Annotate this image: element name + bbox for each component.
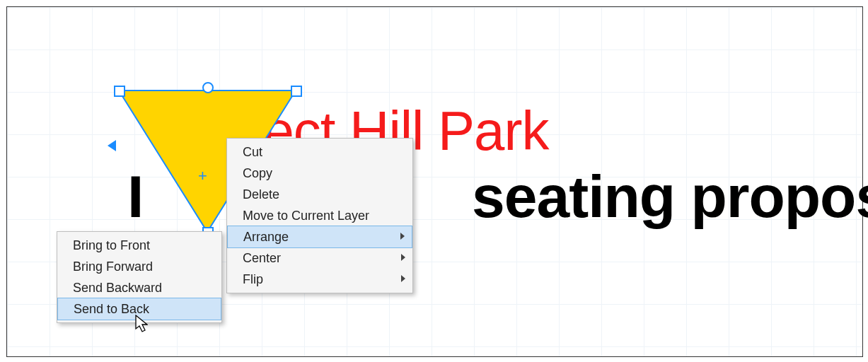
menu-center[interactable]: Center <box>227 247 412 269</box>
menu-bring-front[interactable]: Bring to Front <box>57 235 221 256</box>
chevron-right-icon <box>401 275 405 282</box>
resize-handle[interactable] <box>114 86 125 97</box>
canvas-frame: pect Hill Park I seating proposal + Cut … <box>6 6 863 357</box>
menu-flip[interactable]: Flip <box>227 269 412 290</box>
submenu-arrange[interactable]: Bring to Front Bring Forward Send Backwa… <box>57 231 222 323</box>
resize-handle[interactable] <box>291 86 302 97</box>
side-handle[interactable] <box>108 140 116 151</box>
menu-delete[interactable]: Delete <box>227 184 412 205</box>
menu-copy[interactable]: Copy <box>227 163 412 184</box>
menu-arrange[interactable]: Arrange <box>227 226 412 248</box>
context-menu[interactable]: Cut Copy Delete Move to Current Layer Ar… <box>226 138 413 293</box>
title-black-right: seating proposal <box>472 163 868 230</box>
chevron-right-icon <box>401 254 405 261</box>
menu-bring-forward[interactable]: Bring Forward <box>57 256 221 277</box>
center-icon: + <box>198 167 207 185</box>
chevron-right-icon <box>400 233 405 240</box>
menu-send-backward[interactable]: Send Backward <box>57 277 221 298</box>
menu-send-back[interactable]: Send to Back <box>57 298 221 320</box>
menu-move-layer[interactable]: Move to Current Layer <box>227 205 412 226</box>
menu-cut[interactable]: Cut <box>227 141 412 163</box>
